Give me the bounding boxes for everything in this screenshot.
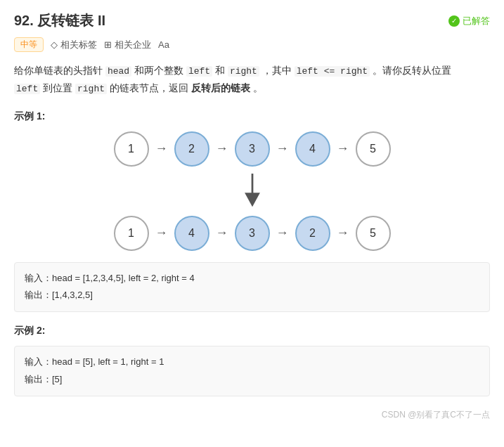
bold-result: 反转后的链表 (191, 82, 250, 93)
solved-badge: ✓ 已解答 (448, 15, 490, 27)
example1-output: 输出：[1,4,3,2,5] (25, 287, 479, 304)
related-tags-link[interactable]: ◇ 相关标签 (51, 39, 97, 51)
arrow-a3: → (270, 226, 295, 240)
code-head: head (105, 66, 131, 77)
code-condition: left <= right (295, 66, 370, 77)
svg-marker-1 (245, 193, 260, 207)
related-company-link[interactable]: ⊞ 相关企业 (104, 39, 151, 51)
down-arrow (238, 174, 266, 209)
node-2-after: 2 (295, 216, 330, 251)
example2-output: 输出：[5] (25, 371, 479, 389)
arrow-2: → (209, 141, 235, 156)
node-1-after: 1 (114, 216, 149, 251)
problem-description: 给你单链表的头指针 head 和两个整数 left 和 right ，其中 le… (14, 62, 490, 98)
example2-io: 输入：head = [5], left = 1, right = 1 输出：[5… (14, 346, 490, 396)
check-icon: ✓ (448, 15, 460, 27)
example1-io: 输入：head = [1,2,3,4,5], left = 2, right =… (14, 262, 490, 312)
arrow-4: → (330, 141, 356, 156)
example2-title: 示例 2: (14, 325, 490, 337)
tag-icon: ◇ (51, 39, 58, 50)
node-4-before: 4 (295, 131, 330, 167)
page-title: 92. 反转链表 II (14, 11, 105, 30)
node-3-before: 3 (235, 131, 270, 167)
code-left: left (186, 66, 212, 77)
difficulty-tag[interactable]: 中等 (14, 37, 44, 52)
arrow-a4: → (330, 226, 356, 240)
node-4-after: 4 (174, 216, 209, 251)
tags-row: 中等 ◇ 相关标签 ⊞ 相关企业 Aa (14, 37, 490, 52)
watermark: CSDN @别看了真C不了一点 (14, 409, 490, 421)
node-5-before: 5 (356, 131, 391, 167)
arrow-1: → (149, 141, 174, 156)
diagram-container: 1 → 2 → 3 → 4 → 5 1 → 4 → 3 → 2 → 5 (14, 131, 490, 251)
arrow-3: → (270, 141, 295, 156)
list-after-row: 1 → 4 → 3 → 2 → 5 (114, 216, 391, 251)
header-row: 92. 反转链表 II ✓ 已解答 (14, 11, 490, 30)
code-right: right (228, 66, 259, 77)
company-icon: ⊞ (104, 39, 112, 50)
code-right2: right (75, 84, 107, 94)
node-2-before: 2 (174, 131, 209, 167)
font-tag[interactable]: Aa (158, 39, 169, 50)
list-before-row: 1 → 2 → 3 → 4 → 5 (114, 131, 391, 167)
font-label: Aa (158, 39, 169, 50)
node-3-after: 3 (235, 216, 270, 251)
arrow-a2: → (209, 226, 235, 240)
node-5-after: 5 (356, 216, 391, 251)
arrow-a1: → (149, 226, 174, 240)
related-tags-label: 相关标签 (60, 39, 97, 51)
code-left2: left (14, 84, 40, 94)
related-company-label: 相关企业 (115, 39, 151, 51)
solved-label: 已解答 (463, 15, 490, 27)
example2-input: 输入：head = [5], left = 1, right = 1 (25, 354, 479, 371)
node-1-before: 1 (114, 131, 149, 167)
example1-title: 示例 1: (14, 110, 490, 123)
example1-input: 输入：head = [1,2,3,4,5], left = 2, right =… (25, 270, 479, 287)
